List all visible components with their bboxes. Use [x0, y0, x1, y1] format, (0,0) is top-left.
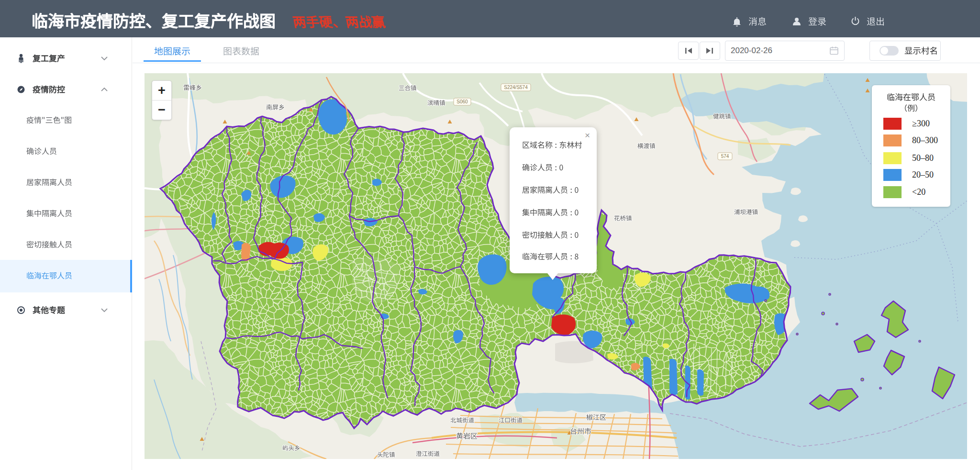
- svg-text:S224/S574: S224/S574: [504, 85, 528, 90]
- svg-text:574: 574: [721, 154, 729, 159]
- svg-text:S060: S060: [457, 99, 468, 104]
